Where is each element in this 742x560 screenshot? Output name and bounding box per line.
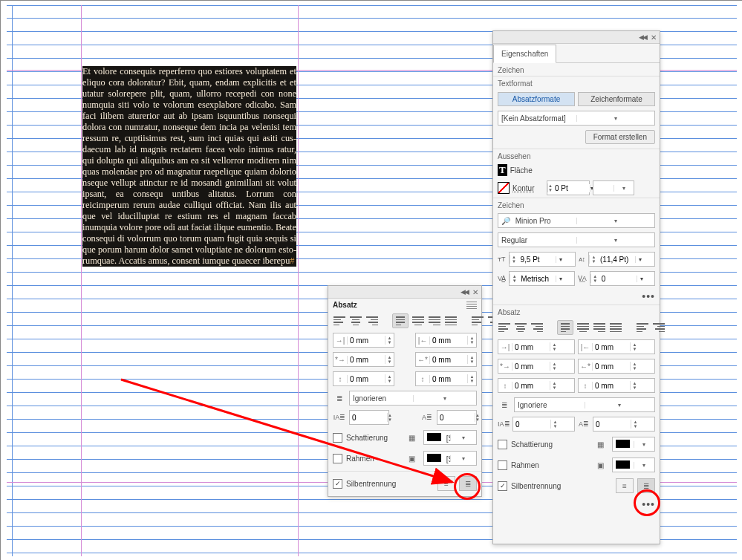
shading-checkbox[interactable] xyxy=(498,440,507,449)
collapse-icon[interactable]: ◀◀ xyxy=(639,33,646,41)
dropcap-lines-field[interactable]: ▲▼ xyxy=(512,417,575,432)
kerning-icon: VA̲ xyxy=(498,275,506,282)
section-zeichen-top: Zeichen xyxy=(493,63,660,76)
align-row xyxy=(328,311,481,331)
frame-checkbox[interactable] xyxy=(333,454,342,463)
stroke-style-select[interactable]: ▾ xyxy=(593,180,634,195)
hyphenation-checkbox[interactable]: ✓ xyxy=(498,481,507,491)
font-family-select[interactable]: 🔎 Minion Pro▾ xyxy=(498,213,655,228)
body-text[interactable]: Et volore consequis reperferro quo estio… xyxy=(82,66,296,267)
font-weight-select[interactable]: Regular▾ xyxy=(498,232,655,247)
stroke-swatch-icon[interactable] xyxy=(498,182,510,194)
annotation-circle-absatz xyxy=(454,473,481,500)
more-options-icon[interactable]: ••• xyxy=(642,290,655,302)
align-towards-spine-button[interactable] xyxy=(636,320,649,335)
justify-center-button[interactable] xyxy=(411,313,425,328)
align-center-button[interactable] xyxy=(514,320,527,335)
align-left-button[interactable] xyxy=(498,320,511,335)
space-after-field[interactable]: ↕▲▼ xyxy=(578,378,655,393)
collapse-icon[interactable]: ◀◀ xyxy=(461,288,468,296)
align-left-button[interactable] xyxy=(333,313,346,328)
justify-right-button[interactable] xyxy=(593,320,606,335)
stroke-weight-field[interactable]: ▲▼▾ xyxy=(547,180,590,195)
align-right-button[interactable] xyxy=(365,313,379,328)
justify-full-button[interactable] xyxy=(609,320,622,335)
align-away-spine-button[interactable] xyxy=(652,320,665,335)
shading-options-icon[interactable]: ▦ xyxy=(403,430,420,445)
tracking-icon: V͟A xyxy=(578,275,587,282)
shading-row: Schattierung ▦ [Schwarz]▾ xyxy=(328,427,481,448)
leading-field[interactable]: ▲▼▾ xyxy=(588,252,655,267)
align-center-button[interactable] xyxy=(349,313,362,328)
indent-right-field[interactable]: |←▲▼ xyxy=(415,333,477,348)
kerning-field[interactable]: ▲▼▾ xyxy=(509,271,574,286)
dropcap-chars-field[interactable]: ▲▼ xyxy=(593,417,655,432)
justify-left-button[interactable] xyxy=(392,313,409,328)
frame-label: Rahmen xyxy=(346,455,400,463)
panel-title-row: Absatz xyxy=(328,299,481,311)
panel-menu-icon[interactable] xyxy=(466,302,477,309)
align-right-button[interactable] xyxy=(530,320,544,335)
space-after-field[interactable]: ↕▲▼ xyxy=(415,371,477,386)
shading-checkbox[interactable] xyxy=(333,433,342,443)
baseline-grid-off-button[interactable]: ≡ xyxy=(616,478,634,493)
hyphenation-checkbox[interactable]: ✓ xyxy=(333,479,342,489)
shading-color-select[interactable]: [Schwarz]▾ xyxy=(423,430,477,445)
justify-full-button[interactable] xyxy=(444,313,458,328)
indent-left-field[interactable]: →|▲▼ xyxy=(333,333,394,348)
absatzformate-tab[interactable]: Absatzformate xyxy=(498,92,575,106)
panel-title: Absatz xyxy=(333,301,357,309)
close-icon[interactable]: ✕ xyxy=(472,288,478,296)
zeichenformate-tab[interactable]: Zeichenformate xyxy=(578,92,655,106)
frame-checkbox[interactable] xyxy=(498,460,507,470)
panel-header-bar[interactable]: ◀◀ ✕ xyxy=(328,286,481,299)
shading-color-select[interactable]: [Sch…▾ xyxy=(612,437,655,452)
frame-color-select[interactable]: [Schwarz]▾ xyxy=(423,451,477,466)
list-type-select[interactable]: Ignoriere▾ xyxy=(514,397,655,412)
section-absatz: Absatz xyxy=(493,305,660,318)
create-format-button[interactable]: Format erstellen xyxy=(585,130,655,144)
baseline-grid-off-button[interactable]: ≡ xyxy=(437,476,455,491)
close-icon[interactable]: ✕ xyxy=(651,33,657,42)
first-line-indent-field[interactable]: *→▲▼ xyxy=(498,359,575,374)
tracking-field[interactable]: ▲▼▾ xyxy=(590,271,655,286)
margin-guide-left xyxy=(81,5,82,556)
fill-swatch-icon[interactable]: T xyxy=(498,164,507,176)
panel-eigenschaften[interactable]: ◀◀ ✕ Eigenschaften Zeichen Textformat Ab… xyxy=(492,30,660,544)
indent-right-field[interactable]: |←▲▼ xyxy=(578,339,655,354)
eigen-tabs: Eigenschaften xyxy=(493,44,660,63)
font-size-field[interactable]: ▲▼▾ xyxy=(509,252,576,267)
shading-label: Schattierung xyxy=(346,434,400,442)
dropcap-lines-field[interactable]: ▲▼ xyxy=(349,410,389,425)
section-aussehen: Aussehen xyxy=(493,149,660,162)
overset-marker: # xyxy=(290,255,294,266)
frame-options-icon[interactable]: ▣ xyxy=(592,458,608,472)
fill-label: Fläche xyxy=(510,166,533,175)
paragraph-style-select[interactable]: [Kein Absatzformat]▾ xyxy=(498,111,655,126)
align-towards-spine-button[interactable] xyxy=(471,313,484,328)
space-before-field[interactable]: ↕▲▼ xyxy=(498,378,575,393)
annotation-circle-eigen xyxy=(634,489,660,516)
eigen-header-bar[interactable]: ◀◀ ✕ xyxy=(493,31,660,44)
guide-left-outer xyxy=(12,5,13,556)
frame-color-select[interactable]: [Sch…▾ xyxy=(612,458,655,472)
last-line-indent-field[interactable]: ←*▲▼ xyxy=(578,359,655,374)
stroke-label: Kontur xyxy=(512,184,544,192)
justify-center-button[interactable] xyxy=(576,320,590,335)
space-before-field[interactable]: ↕▲▼ xyxy=(333,371,394,386)
justify-left-button[interactable] xyxy=(557,320,573,335)
hyphenation-label: Silbentrennung xyxy=(511,482,612,490)
dropcap-chars-field[interactable]: ▲▼ xyxy=(437,410,477,425)
justify-right-button[interactable] xyxy=(428,313,441,328)
text-frame[interactable]: Et volore consequis reperferro quo estio… xyxy=(82,66,296,385)
list-type-select[interactable]: Ignorieren▾ xyxy=(349,391,477,406)
first-line-indent-field[interactable]: *→▲▼ xyxy=(333,352,394,367)
frame-row: Rahmen ▣ [Schwarz]▾ xyxy=(328,448,481,469)
panel-absatz[interactable]: ◀◀ ✕ Absatz →|▲▼ |←▲▼ *→▲▼ xyxy=(328,285,482,497)
frame-options-icon[interactable]: ▣ xyxy=(403,451,420,466)
shading-options-icon[interactable]: ▦ xyxy=(592,437,608,452)
last-line-indent-field[interactable]: ←*▲▼ xyxy=(415,352,477,367)
tab-eigenschaften[interactable]: Eigenschaften xyxy=(493,45,556,63)
dropcap-chars-icon: A≣ xyxy=(420,414,434,421)
indent-left-field[interactable]: →|▲▼ xyxy=(498,339,575,354)
